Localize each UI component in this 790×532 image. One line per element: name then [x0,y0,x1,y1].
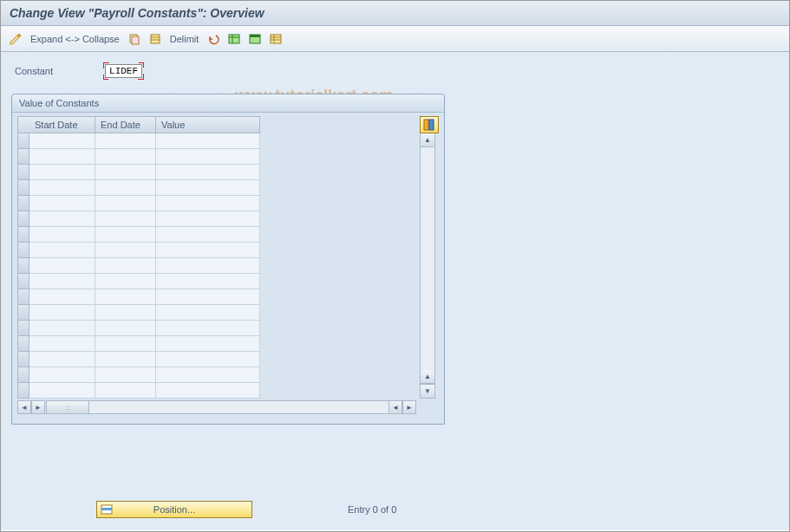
table-row[interactable] [17,211,416,227]
table-row[interactable] [17,305,416,321]
table-row[interactable] [17,243,416,258]
cell-value[interactable] [156,133,260,149]
cell-start-date[interactable] [29,165,95,180]
row-selector[interactable] [17,227,29,243]
cell-end-date[interactable] [95,227,156,243]
cell-value[interactable] [156,274,260,289]
row-selector[interactable] [17,383,29,399]
cell-end-date[interactable] [95,258,156,274]
row-selector[interactable] [17,352,29,367]
row-selector[interactable] [17,274,29,289]
table-select-green-icon[interactable] [247,31,263,47]
cell-end-date[interactable] [95,289,156,305]
cell-end-date[interactable] [95,367,156,383]
cell-value[interactable] [156,383,260,399]
row-selector[interactable] [17,321,29,336]
cell-end-date[interactable] [95,383,156,399]
cell-value[interactable] [156,243,260,258]
cell-start-date[interactable] [29,305,95,321]
select-all-icon[interactable] [147,31,163,47]
table-row[interactable] [17,149,416,165]
cell-end-date[interactable] [95,243,156,258]
row-selector[interactable] [17,133,29,149]
table-view-icon[interactable] [268,31,284,47]
row-selector[interactable] [17,289,29,305]
vscroll-track[interactable] [421,147,434,370]
table-row[interactable] [17,227,416,243]
cell-end-date[interactable] [95,165,156,180]
cell-end-date[interactable] [95,133,156,149]
table-row[interactable] [17,258,416,274]
constant-value-input[interactable]: LIDEF [105,64,142,78]
cell-start-date[interactable] [29,274,95,289]
cell-end-date[interactable] [95,211,156,227]
row-selector[interactable] [17,180,29,196]
table-row[interactable] [17,321,416,336]
row-selector[interactable] [17,243,29,258]
cell-value[interactable] [156,367,260,383]
scroll-left-step-button[interactable]: ◄ [388,400,402,414]
cell-value[interactable] [156,211,260,227]
cell-end-date[interactable] [95,336,156,352]
copy-icon[interactable] [127,31,142,47]
table-row[interactable] [17,196,416,211]
table-row[interactable] [17,352,416,367]
undo-icon[interactable] [206,31,221,47]
scroll-down-button[interactable]: ▼ [421,384,434,398]
column-header-value[interactable]: Value [156,116,260,133]
cell-value[interactable] [156,149,260,165]
expand-collapse-button[interactable]: Expand <-> Collapse [29,34,121,44]
scroll-up-step-button[interactable]: ▲ [421,370,434,384]
scroll-thumb[interactable]: ::: [46,400,89,414]
horizontal-scrollbar[interactable]: ◄ ► ::: ◄ ► [17,399,416,415]
row-selector[interactable] [17,196,29,211]
change-icon[interactable] [8,31,23,47]
table-row[interactable] [17,180,416,196]
table-row[interactable] [17,165,416,180]
column-header-start-date[interactable]: Start Date [29,116,95,133]
vertical-scrollbar[interactable]: ▲ ▲ ▼ [420,133,435,399]
cell-start-date[interactable] [29,336,95,352]
column-header-end-date[interactable]: End Date [95,116,156,133]
cell-end-date[interactable] [95,196,156,211]
cell-start-date[interactable] [29,227,95,243]
row-selector[interactable] [17,165,29,180]
cell-value[interactable] [156,165,260,180]
cell-start-date[interactable] [29,289,95,305]
table-config-button[interactable] [420,116,439,133]
cell-value[interactable] [156,180,260,196]
table-row[interactable] [17,367,416,383]
cell-value[interactable] [156,336,260,352]
scroll-right-step-button[interactable]: ► [31,400,45,414]
cell-start-date[interactable] [29,367,95,383]
cell-value[interactable] [156,305,260,321]
row-selector[interactable] [17,336,29,352]
row-selector-header[interactable] [17,116,29,133]
row-selector[interactable] [17,367,29,383]
cell-start-date[interactable] [29,352,95,367]
cell-start-date[interactable] [29,196,95,211]
row-selector[interactable] [17,305,29,321]
table-row[interactable] [17,336,416,352]
cell-start-date[interactable] [29,243,95,258]
scroll-left-button[interactable]: ◄ [17,400,31,414]
table-row[interactable] [17,289,416,305]
cell-value[interactable] [156,289,260,305]
cell-end-date[interactable] [95,321,156,336]
cell-value[interactable] [156,321,260,336]
cell-value[interactable] [156,196,260,211]
cell-start-date[interactable] [29,149,95,165]
row-selector[interactable] [17,258,29,274]
table-row[interactable] [17,383,416,399]
row-selector[interactable] [17,149,29,165]
cell-end-date[interactable] [95,352,156,367]
cell-start-date[interactable] [29,180,95,196]
cell-end-date[interactable] [95,274,156,289]
cell-value[interactable] [156,258,260,274]
scroll-track[interactable] [89,400,388,414]
cell-start-date[interactable] [29,211,95,227]
cell-start-date[interactable] [29,321,95,336]
position-button[interactable]: Position... [96,501,252,518]
table-row[interactable] [17,133,416,149]
scroll-right-button[interactable]: ► [402,400,416,414]
